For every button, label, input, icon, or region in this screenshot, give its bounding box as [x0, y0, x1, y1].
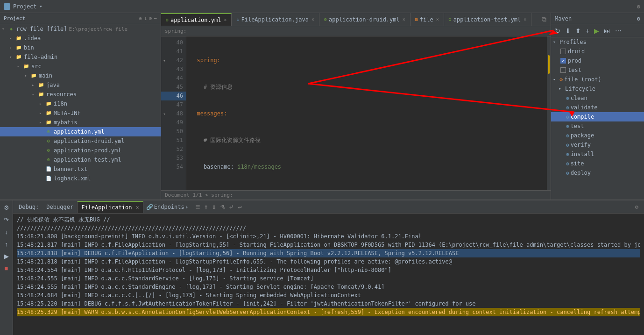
tree-item-java[interactable]: ▸ 📁 java [0, 80, 161, 90]
tree-item-bin[interactable]: ▸ 📁 bin [0, 43, 161, 52]
console-scroll-bottom-btn[interactable]: ⇓ [211, 202, 218, 211]
tab-label: application-druid.yml [329, 16, 400, 23]
prod-checkbox[interactable] [560, 58, 566, 64]
console-clear-btn[interactable]: ≡ [195, 202, 201, 211]
mini-map[interactable] [547, 36, 551, 190]
maven-add-btn[interactable]: + [584, 26, 591, 36]
sidebar-action-1[interactable]: ⊕ [139, 15, 142, 21]
console-output[interactable]: // 佛祖保佑 永不宕机 永无BUG // //////////////////… [13, 214, 644, 335]
tree-item-mybatis[interactable]: ▸ 📁 mybatis [0, 118, 161, 127]
debug-panel-settings-btn[interactable]: ⚙ [635, 204, 638, 210]
maven-lifecycle-package[interactable]: ⚙ package [551, 131, 644, 140]
maven-download-btn[interactable]: ⬇ [563, 26, 573, 36]
maven-skip-btn[interactable]: ⏭ [602, 26, 612, 36]
maven-lifecycle-validate[interactable]: ⚙ validate [551, 103, 644, 112]
maven-run-btn[interactable]: ▶ [592, 26, 601, 36]
tree-item-application-prod[interactable]: ⚙ application-prod.yml [0, 146, 161, 155]
maven-profile-druid[interactable]: druid [551, 47, 644, 56]
tree-item-application-test[interactable]: ⚙ application-test.yml [0, 155, 161, 164]
tree-item-idea[interactable]: ▸ 📁 .idea [0, 34, 161, 43]
tab-debugger[interactable]: Debugger [42, 201, 78, 213]
settings-icon[interactable]: ⚙ [637, 3, 640, 10]
folder-icon: 📁 [15, 35, 22, 42]
console-scroll-top-btn[interactable]: ⇑ [203, 202, 209, 211]
tab-application-test-yml[interactable]: ⚙ application-test.yml × [444, 13, 532, 26]
debug-settings-btn[interactable]: ⚙ [1, 202, 12, 213]
tab-label: Endpoints [154, 204, 184, 210]
maven-lifecycle-test[interactable]: ⚙ test [551, 121, 644, 131]
tab-file-application-java[interactable]: ☕ FileApplication.java × [232, 13, 319, 26]
maven-refresh-btn[interactable]: ↻ [553, 26, 562, 36]
maven-settings-icon[interactable]: ⚙ [637, 15, 640, 22]
sidebar-settings[interactable]: ⚙ [149, 15, 152, 21]
tab-close-btn[interactable]: × [311, 17, 314, 22]
console-close-btn[interactable]: × [136, 204, 139, 211]
maven-lifecycle-verify[interactable]: ⚙ verify [551, 140, 644, 150]
tab-application-yml[interactable]: ⚙ application.yml × [161, 13, 232, 26]
debug-step-into-btn[interactable]: ↓ [1, 227, 12, 237]
tree-item-src[interactable]: ▾ 📁 src [0, 62, 161, 71]
test-checkbox[interactable] [560, 67, 566, 73]
tab-endpoints[interactable]: 🔗 Endpoints ↓ [143, 201, 191, 213]
maven-upload-btn[interactable]: ⬆ [573, 26, 583, 36]
maven-lifecycle-compile[interactable]: ⚙ compile [551, 112, 644, 121]
debug-step-over-btn[interactable]: ↷ [1, 214, 12, 225]
tree-item-banner-txt[interactable]: 📄 banner.txt [0, 164, 161, 174]
tree-label: application-druid.yml [54, 138, 125, 144]
maven-more-btn[interactable]: ⋯ [613, 26, 623, 36]
maven-file-root[interactable]: ▾ ⚙ file (root) [551, 75, 644, 84]
console-filter-btn[interactable]: ⚗ [219, 202, 226, 211]
debug-stop-btn[interactable]: ■ [1, 263, 12, 273]
tab-file-m[interactable]: m file × [410, 13, 444, 26]
code-line-41: # 资源信息 [190, 83, 543, 92]
tree-item-logback-xml[interactable]: 📄 logback.xml [0, 174, 161, 183]
tree-item-rcw-file[interactable]: ▾ ◈ rcw_file [file] E:\project\rcw_file [0, 24, 161, 34]
split-editor-btn[interactable]: ⧉ [540, 15, 548, 23]
maven-lifecycle-header[interactable]: ▾ Lifecycle [551, 84, 644, 93]
debug-panel: ⚙ ↷ ↓ ↑ ▶ ■ Debug: Debugger FileApplicat… [0, 200, 644, 335]
maven-profiles-header[interactable]: ▾ Profiles [551, 37, 644, 47]
sidebar-action-2[interactable]: ↕ [144, 15, 147, 21]
debug-step-out-btn[interactable]: ↑ [1, 239, 12, 249]
maven-profile-prod[interactable]: prod [551, 56, 644, 65]
maven-lifecycle-install[interactable]: ⚙ install [551, 150, 644, 159]
maven-file-root-label: file (root) [564, 76, 601, 83]
tree-item-application-yml[interactable]: ⚙ application.yml [0, 127, 161, 136]
tree-item-file-admin[interactable]: ▾ 📁 file-admin [0, 52, 161, 62]
tree-item-application-druid[interactable]: ⚙ application-druid.yml [0, 136, 161, 146]
maven-lifecycle-deploy[interactable]: ⚙ deploy [551, 168, 644, 178]
maven-lifecycle-site[interactable]: ⚙ site [551, 159, 644, 168]
druid-checkbox[interactable] [560, 49, 566, 54]
tree-item-main[interactable]: ▾ 📁 main [0, 71, 161, 80]
code-line-42: messages: [190, 109, 543, 118]
sidebar-close[interactable]: − [154, 15, 157, 21]
breadcrumb-item: spring: [165, 28, 186, 34]
log-line-divider: ////////////////////////////////////////… [17, 224, 640, 232]
tree-label: .idea [24, 35, 41, 42]
tab-close-btn[interactable]: × [436, 17, 439, 22]
gutter-fold[interactable]: ▾ [161, 56, 168, 65]
console-soft-wrap-btn[interactable]: ↩ [237, 203, 242, 211]
debug-tab-bar: Debug: Debugger FileApplication × 🔗 Endp… [13, 200, 644, 214]
tab-application-druid-yml[interactable]: ⚙ application-druid.yml × [319, 13, 410, 26]
code-content[interactable]: spring: # 资源信息 messages: # 国际化资源文件路径 [186, 36, 547, 190]
title-dropdown[interactable]: ▾ [40, 4, 42, 9]
maven-profile-test[interactable]: test [551, 65, 644, 75]
console-wrap-btn[interactable]: ⤶ [227, 203, 235, 211]
tab-label: FileApplication [81, 204, 132, 211]
tab-close-btn[interactable]: × [403, 17, 405, 22]
gutter-fold[interactable]: ▾ [161, 109, 168, 118]
debug-resume-btn[interactable]: ▶ [1, 251, 12, 261]
code-line-43: # 国际化资源文件路径 [190, 136, 543, 145]
tree-item-resources[interactable]: ▾ 📁 resources [0, 90, 161, 99]
tab-close-btn[interactable]: × [524, 17, 526, 22]
code-editor[interactable]: ▾ ▾ [161, 36, 551, 190]
tree-item-i18n[interactable]: ▸ 📁 i18n [0, 99, 161, 108]
tab-close-btn[interactable]: × [224, 17, 226, 22]
maven-header: Maven ⚙ [551, 13, 644, 24]
maven-lifecycle-clean[interactable]: ⚙ clean [551, 93, 644, 103]
tree-item-meta-inf[interactable]: ▸ 📁 META-INF [0, 108, 161, 118]
folder-icon: 📁 [37, 91, 45, 98]
tab-console[interactable]: FileApplication × [78, 201, 143, 213]
project-icon [4, 3, 10, 10]
